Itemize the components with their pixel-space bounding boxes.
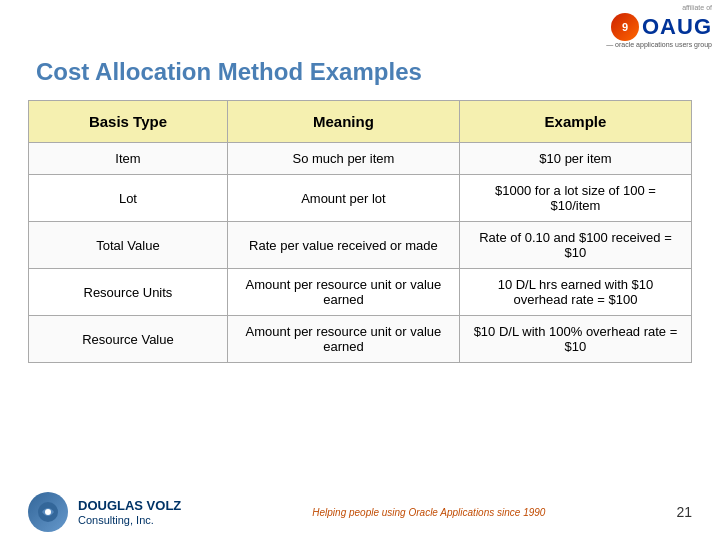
- col-header-meaning: Meaning: [227, 101, 459, 143]
- table-row: LotAmount per lot$1000 for a lot size of…: [29, 175, 692, 222]
- footer-company: DOUGLAS VOLZ Consulting, Inc.: [78, 498, 181, 527]
- oaug-logo: 9 OAUG: [611, 13, 712, 41]
- cell-example-3: 10 D/L hrs earned with $10 overhead rate…: [459, 269, 691, 316]
- logo-circle: 9: [611, 13, 639, 41]
- cell-basis-2: Total Value: [29, 222, 228, 269]
- allocation-table: Basis Type Meaning Example ItemSo much p…: [28, 100, 692, 363]
- logo-tagline: — oracle applications users group: [606, 41, 712, 48]
- content-area: Basis Type Meaning Example ItemSo much p…: [28, 100, 692, 482]
- logo-area: affiliate of 9 OAUG — oracle application…: [606, 4, 712, 48]
- table-row: Resource UnitsAmount per resource unit o…: [29, 269, 692, 316]
- footer: DOUGLAS VOLZ Consulting, Inc. Helping pe…: [28, 492, 692, 532]
- cell-example-4: $10 D/L with 100% overhead rate = $10: [459, 316, 691, 363]
- table-row: Total ValueRate per value received or ma…: [29, 222, 692, 269]
- top-bar: affiliate of 9 OAUG — oracle application…: [560, 0, 720, 52]
- footer-icon: [28, 492, 68, 532]
- col-header-example: Example: [459, 101, 691, 143]
- affiliate-text: affiliate of: [682, 4, 712, 11]
- table-header-row: Basis Type Meaning Example: [29, 101, 692, 143]
- cell-meaning-1: Amount per lot: [227, 175, 459, 222]
- cell-basis-1: Lot: [29, 175, 228, 222]
- cell-example-2: Rate of 0.10 and $100 received = $10: [459, 222, 691, 269]
- cell-basis-3: Resource Units: [29, 269, 228, 316]
- table-row: Resource ValueAmount per resource unit o…: [29, 316, 692, 363]
- svg-point-1: [45, 509, 51, 515]
- table-row: ItemSo much per item$10 per item: [29, 143, 692, 175]
- page-title: Cost Allocation Method Examples: [36, 58, 422, 86]
- footer-tagline: Helping people using Oracle Applications…: [312, 507, 545, 518]
- footer-page-number: 21: [676, 504, 692, 520]
- cell-meaning-3: Amount per resource unit or value earned: [227, 269, 459, 316]
- company-name-line1: DOUGLAS VOLZ: [78, 498, 181, 515]
- col-header-basis: Basis Type: [29, 101, 228, 143]
- cell-meaning-4: Amount per resource unit or value earned: [227, 316, 459, 363]
- cell-basis-0: Item: [29, 143, 228, 175]
- company-name-line2: Consulting, Inc.: [78, 514, 181, 526]
- cell-meaning-0: So much per item: [227, 143, 459, 175]
- footer-logo: DOUGLAS VOLZ Consulting, Inc.: [28, 492, 181, 532]
- cell-meaning-2: Rate per value received or made: [227, 222, 459, 269]
- logo-number: 9: [622, 21, 628, 33]
- cell-basis-4: Resource Value: [29, 316, 228, 363]
- cell-example-0: $10 per item: [459, 143, 691, 175]
- logo-name: OAUG: [642, 14, 712, 40]
- cell-example-1: $1000 for a lot size of 100 = $10/item: [459, 175, 691, 222]
